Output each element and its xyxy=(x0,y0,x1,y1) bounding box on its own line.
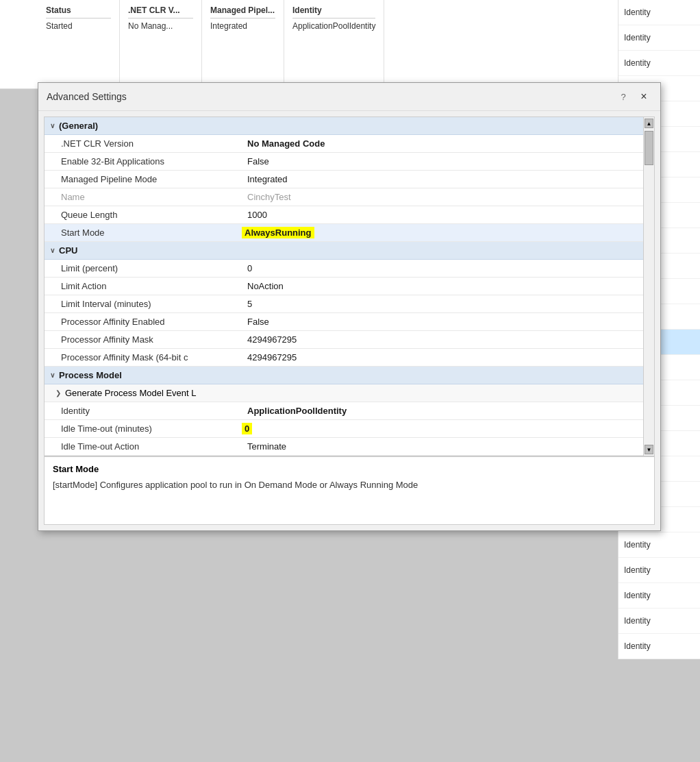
general-section-header[interactable]: ∨ (General) xyxy=(45,117,643,135)
prop-value-startmode-text: AlwaysRunning xyxy=(242,227,314,238)
prop-label-pipeline: Managed Pipeline Mode xyxy=(45,172,236,186)
prop-value-clr-text: No Managed Code xyxy=(242,136,330,151)
identity-column: Identity ApplicationPoolIdentity xyxy=(284,0,384,88)
prop-label-affinity-mask: Processor Affinity Mask xyxy=(45,332,236,347)
prop-row-pipeline[interactable]: Managed Pipeline Mode Integrated xyxy=(45,171,643,188)
prop-value-affinity-mask-text: 4294967295 xyxy=(242,332,302,347)
prop-value-limit-text: 0 xyxy=(242,261,258,275)
process-model-chevron-icon: ∨ xyxy=(50,371,55,379)
background-table: Status Started .NET CLR V... No Manag...… xyxy=(0,0,700,89)
generate-event-subsection[interactable]: ❯ Generate Process Model Event L xyxy=(45,384,643,402)
prop-value-pipeline-text: Integrated xyxy=(242,172,293,186)
prop-value-affinity-mask-64: 4294967295 xyxy=(236,350,643,365)
status-value: Started xyxy=(46,21,111,31)
help-button[interactable]: ? xyxy=(616,90,630,103)
prop-label-identity: Identity xyxy=(45,404,236,418)
identity-item-24: Identity xyxy=(618,583,700,609)
prop-label-startmode: Start Mode xyxy=(45,225,236,240)
cpu-section-label: CPU xyxy=(59,245,77,256)
prop-label-affinity-mask-64: Processor Affinity Mask (64-bit c xyxy=(45,350,236,365)
prop-row-affinity-enabled[interactable]: Processor Affinity Enabled False xyxy=(45,313,643,331)
description-title: Start Mode xyxy=(53,464,646,474)
general-section-label: (General) xyxy=(59,121,98,131)
prop-label-clr: .NET CLR Version xyxy=(45,136,236,151)
scroll-up-button[interactable]: ▲ xyxy=(645,119,653,128)
prop-value-32bit-text: False xyxy=(242,154,275,169)
prop-label-name: Name xyxy=(45,190,236,204)
description-text: [startMode] Configures application pool … xyxy=(53,478,646,492)
scrollbar-thumb[interactable] xyxy=(645,131,653,165)
prop-row-limit-action[interactable]: Limit Action NoAction xyxy=(45,278,643,295)
prop-value-limit-action: NoAction xyxy=(236,279,643,293)
prop-value-affinity-mask: 4294967295 xyxy=(236,332,643,347)
dialog-titlebar: Advanced Settings ? × xyxy=(38,83,660,111)
prop-value-queue-text: 1000 xyxy=(242,208,273,222)
prop-row-clr[interactable]: .NET CLR Version No Managed Code xyxy=(45,135,643,153)
prop-value-32bit: False xyxy=(236,154,643,169)
prop-label-limit: Limit (percent) xyxy=(45,261,236,275)
identity-value: ApplicationPoolIdentity xyxy=(292,21,375,31)
prop-label-queue: Queue Length xyxy=(45,208,236,222)
prop-value-name-text: CinchyTest xyxy=(242,190,297,204)
prop-label-affinity-enabled: Processor Affinity Enabled xyxy=(45,315,236,329)
prop-row-startmode[interactable]: Start Mode AlwaysRunning xyxy=(45,224,643,242)
generate-event-chevron-icon: ❯ xyxy=(55,389,61,397)
prop-value-idle-timeout-text: 0 xyxy=(242,423,252,434)
scrollbar-track[interactable]: ▲ ▼ xyxy=(643,117,654,456)
prop-value-clr: No Managed Code xyxy=(236,136,643,151)
prop-label-idle-timeout-action: Idle Time-out Action xyxy=(45,439,236,454)
prop-value-affinity-mask-64-text: 4294967295 xyxy=(242,350,302,365)
prop-row-idle-timeout-action[interactable]: Idle Time-out Action Terminate xyxy=(45,438,643,456)
identity-item-23: Identity xyxy=(618,558,700,583)
prop-row-affinity-mask[interactable]: Processor Affinity Mask 4294967295 xyxy=(45,331,643,349)
prop-row-idle-timeout[interactable]: Idle Time-out (minutes) 0 xyxy=(45,420,643,438)
properties-grid[interactable]: ∨ (General) .NET CLR Version No Managed … xyxy=(44,116,655,456)
pipeline-header: Managed Pipel... xyxy=(210,5,275,19)
identity-item-3: Identity xyxy=(618,51,700,76)
prop-label-limit-interval: Limit Interval (minutes) xyxy=(45,297,236,311)
identity-item-22: Identity xyxy=(618,532,700,558)
prop-row-identity[interactable]: Identity ApplicationPoolIdentity xyxy=(45,402,643,420)
prop-label-32bit: Enable 32-Bit Applications xyxy=(45,154,236,169)
identity-item-1: Identity xyxy=(618,0,700,25)
prop-value-startmode-cell: AlwaysRunning xyxy=(236,225,643,241)
prop-row-32bit[interactable]: Enable 32-Bit Applications False xyxy=(45,153,643,171)
description-box: Start Mode [startMode] Configures applic… xyxy=(44,456,655,525)
clr-value: No Manag... xyxy=(128,21,193,31)
prop-value-queue: 1000 xyxy=(236,208,643,222)
scroll-down-button[interactable]: ▼ xyxy=(645,445,653,454)
identity-item-25: Identity xyxy=(618,609,700,634)
dialog-title: Advanced Settings xyxy=(47,91,127,102)
clr-header: .NET CLR V... xyxy=(128,5,193,19)
prop-value-limit: 0 xyxy=(236,261,643,275)
cpu-section-header[interactable]: ∨ CPU xyxy=(45,242,643,260)
prop-label-idle-timeout: Idle Time-out (minutes) xyxy=(45,421,236,436)
prop-row-affinity-mask-64[interactable]: Processor Affinity Mask (64-bit c 429496… xyxy=(45,349,643,367)
identity-item-26: Identity xyxy=(618,634,700,659)
prop-value-affinity-enabled-text: False xyxy=(242,315,275,329)
prop-value-limit-interval: 5 xyxy=(236,297,643,311)
status-header: Status xyxy=(46,5,111,19)
dialog-content: ∨ (General) .NET CLR Version No Managed … xyxy=(38,111,660,530)
identity-header: Identity xyxy=(292,5,375,19)
prop-value-idle-timeout: 0 xyxy=(236,421,643,437)
prop-row-name[interactable]: Name CinchyTest xyxy=(45,188,643,206)
prop-value-identity-text: ApplicationPoolIdentity xyxy=(242,404,352,418)
process-model-section-label: Process Model xyxy=(59,370,122,380)
pipeline-column: Managed Pipel... Integrated xyxy=(202,0,284,88)
prop-label-limit-action: Limit Action xyxy=(45,279,236,293)
prop-value-identity: ApplicationPoolIdentity xyxy=(236,404,643,418)
prop-row-limit[interactable]: Limit (percent) 0 xyxy=(45,260,643,278)
prop-value-name: CinchyTest xyxy=(236,190,643,204)
process-model-section-header[interactable]: ∨ Process Model xyxy=(45,367,643,384)
prop-value-limit-action-text: NoAction xyxy=(242,279,289,293)
prop-row-queue[interactable]: Queue Length 1000 xyxy=(45,206,643,224)
prop-value-affinity-enabled: False xyxy=(236,315,643,329)
status-column: Status Started xyxy=(38,0,120,88)
identity-item-2: Identity xyxy=(618,25,700,51)
prop-row-limit-interval[interactable]: Limit Interval (minutes) 5 xyxy=(45,295,643,313)
generate-event-label: Generate Process Model Event L xyxy=(65,388,197,398)
prop-value-limit-interval-text: 5 xyxy=(242,297,258,311)
close-button[interactable]: × xyxy=(636,88,652,105)
prop-value-idle-timeout-action: Terminate xyxy=(236,439,643,454)
